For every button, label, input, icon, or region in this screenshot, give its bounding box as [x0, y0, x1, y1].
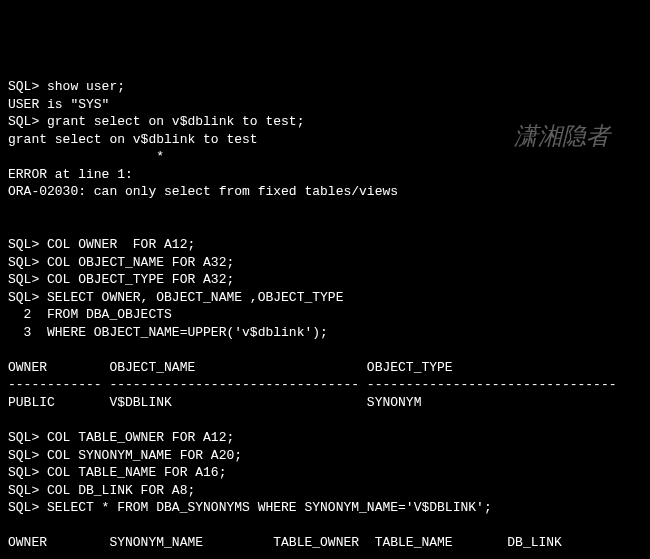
terminal-line: SQL> COL OBJECT_NAME FOR A32;: [8, 255, 234, 270]
terminal-line: SQL> COL SYNONYM_NAME FOR A20;: [8, 448, 242, 463]
terminal-line: PUBLIC V$DBLINK SYNONYM: [8, 395, 421, 410]
terminal-line: SQL> SELECT * FROM DBA_SYNONYMS WHERE SY…: [8, 500, 492, 515]
terminal-line: SQL> COL TABLE_NAME FOR A16;: [8, 465, 226, 480]
terminal-line: USER is "SYS": [8, 97, 109, 112]
terminal-line: 2 FROM DBA_OBJECTS: [8, 307, 172, 322]
terminal-line: SQL> show user;: [8, 79, 125, 94]
terminal-line: SQL> COL DB_LINK FOR A8;: [8, 483, 195, 498]
terminal-line: ------------ -------------------- ------…: [8, 553, 570, 559]
terminal-line: SQL> COL TABLE_OWNER FOR A12;: [8, 430, 234, 445]
terminal-line: SQL> COL OWNER FOR A12;: [8, 237, 195, 252]
terminal-line: ERROR at line 1:: [8, 167, 133, 182]
terminal-line: ------------ ---------------------------…: [8, 377, 617, 392]
terminal-line: OWNER SYNONYM_NAME TABLE_OWNER TABLE_NAM…: [8, 535, 562, 550]
terminal-line: 3 WHERE OBJECT_NAME=UPPER('v$dblink');: [8, 325, 328, 340]
terminal-line: grant select on v$dblink to test: [8, 132, 258, 147]
terminal-line: SQL> COL OBJECT_TYPE FOR A32;: [8, 272, 234, 287]
terminal-line: SQL> SELECT OWNER, OBJECT_NAME ,OBJECT_T…: [8, 290, 343, 305]
terminal-line: OWNER OBJECT_NAME OBJECT_TYPE: [8, 360, 453, 375]
terminal-line: ORA-02030: can only select from fixed ta…: [8, 184, 398, 199]
terminal-line: *: [8, 149, 164, 164]
watermark-text: 潇湘隐者: [514, 120, 610, 152]
terminal-line: SQL> grant select on v$dblink to test;: [8, 114, 304, 129]
